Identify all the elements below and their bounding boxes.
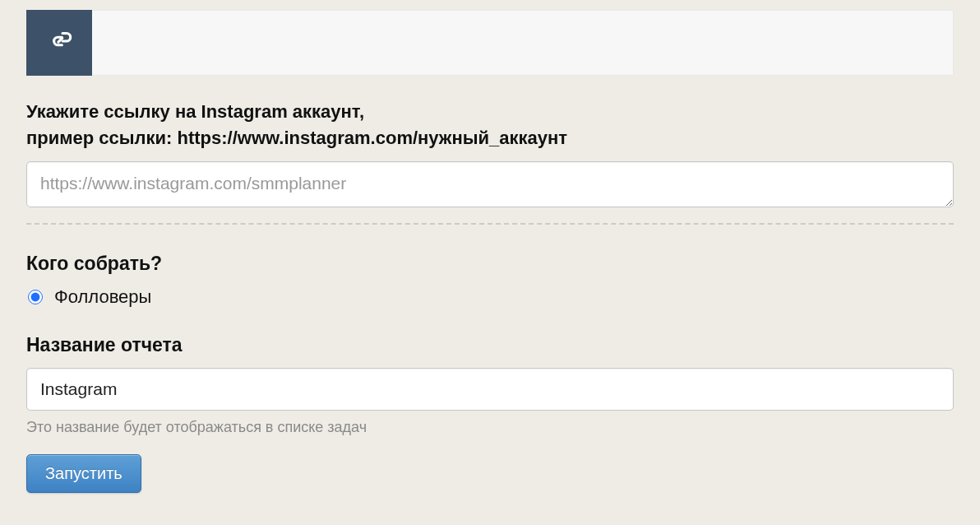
header-title-area (92, 10, 954, 76)
followers-radio[interactable] (28, 290, 43, 304)
link-icon (44, 26, 75, 61)
instagram-url-input[interactable] (26, 161, 954, 207)
report-name-heading: Название отчета (26, 334, 954, 356)
url-label-line-1: Укажите ссылку на Instagram аккаунт, (26, 101, 364, 122)
report-name-help: Это название будет отображаться в списке… (26, 419, 954, 436)
report-name-input[interactable] (26, 368, 954, 411)
section-divider (26, 223, 954, 225)
run-button[interactable]: Запустить (26, 454, 141, 493)
header-icon-box (26, 10, 92, 76)
header-bar (26, 10, 954, 76)
collect-option-followers[interactable]: Фолловеры (26, 286, 954, 308)
url-label-line-2: пример ссылки: https://www.instagram.com… (26, 128, 567, 148)
followers-radio-label: Фолловеры (54, 286, 151, 308)
url-field-label: Укажите ссылку на Instagram аккаунт, при… (26, 99, 954, 151)
collect-heading: Кого собрать? (26, 253, 954, 275)
